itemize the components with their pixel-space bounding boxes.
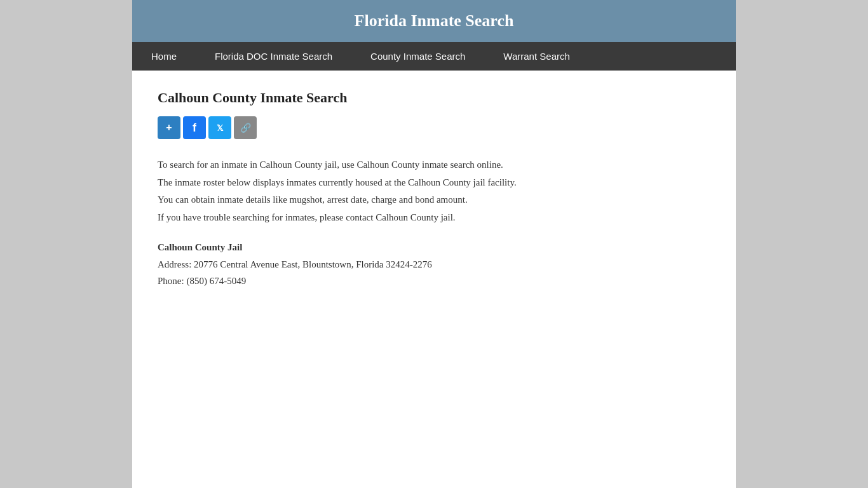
address-value: 20776 Central Avenue East, Blountstown, … [194, 259, 432, 269]
jail-address: Address: 20776 Central Avenue East, Blou… [158, 257, 710, 273]
jail-name: Calhoun County Jail [158, 242, 710, 253]
copy-link-button[interactable]: 🔗 [234, 116, 257, 139]
social-buttons: + f 𝕏 🔗 [158, 116, 710, 139]
description-line-1: To search for an inmate in Calhoun Count… [158, 157, 710, 173]
phone-label: Phone: [158, 276, 186, 286]
description-line-4: If you have trouble searching for inmate… [158, 210, 710, 226]
description-line-3: You can obtain inmate details like mugsh… [158, 192, 710, 208]
nav-home[interactable]: Home [132, 42, 196, 71]
share-icon: + [166, 122, 172, 133]
site-title: Florida Inmate Search [355, 11, 514, 30]
twitter-icon: 𝕏 [217, 123, 223, 133]
jail-phone: Phone: (850) 674-5049 [158, 273, 710, 290]
description-block: To search for an inmate in Calhoun Count… [158, 157, 710, 226]
address-label: Address: [158, 259, 194, 269]
main-content: Calhoun County Inmate Search + f 𝕏 🔗 To … [132, 71, 736, 488]
nav-doc-search[interactable]: Florida DOC Inmate Search [196, 42, 351, 71]
jail-info: Calhoun County Jail Address: 20776 Centr… [158, 242, 710, 289]
nav-county-search[interactable]: County Inmate Search [351, 42, 484, 71]
facebook-icon: f [193, 121, 196, 135]
phone-value: (850) 674-5049 [186, 276, 246, 286]
site-nav: Home Florida DOC Inmate Search County In… [132, 42, 736, 71]
page-heading: Calhoun County Inmate Search [158, 90, 710, 106]
facebook-button[interactable]: f [183, 116, 206, 139]
twitter-button[interactable]: 𝕏 [208, 116, 231, 139]
nav-warrant-search[interactable]: Warrant Search [484, 42, 588, 71]
site-header: Florida Inmate Search [132, 0, 736, 42]
description-line-2: The inmate roster below displays inmates… [158, 175, 710, 191]
link-icon: 🔗 [240, 123, 251, 133]
share-button[interactable]: + [158, 116, 180, 139]
